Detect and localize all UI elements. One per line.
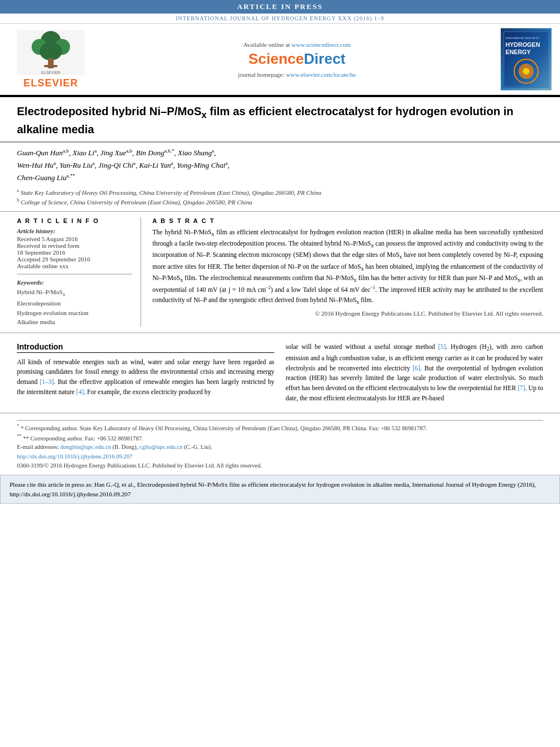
footnotes-divider	[17, 420, 543, 421]
journal-homepage-line: journal homepage: www.elsevier.com/locat…	[238, 71, 356, 78]
svg-point-4	[40, 42, 62, 60]
revised-date: 18 September 2016	[17, 249, 132, 256]
journal-cover-image: International Journal of HYDROGEN ENERGY	[501, 28, 552, 90]
accepted-date: Accepted 29 September 2016	[17, 256, 132, 263]
author-sup: a	[212, 148, 214, 154]
body-right-col: solar will be wasted without a useful st…	[286, 342, 543, 404]
svg-text:ELSEVIER: ELSEVIER	[41, 71, 60, 75]
author-sup: a,**	[67, 173, 75, 178]
article-info-label: A R T I C L E I N F O	[17, 217, 132, 224]
author-jing-xue: Jing Xue	[100, 148, 126, 157]
ref-link-1-3[interactable]: [1–3]	[40, 378, 54, 385]
author-sup: a	[171, 160, 173, 166]
footnote-corresponding-text-1: State Key Laboratory of Heavy Oil Proces…	[80, 425, 427, 431]
header-center: Available online at www.sciencedirect.co…	[96, 28, 498, 90]
info-divider	[17, 274, 132, 274]
keyword-4: Alkaline media	[17, 317, 132, 327]
footnote-copyright: 0360-3199/© 2016 Hydrogen Energy Publica…	[17, 461, 543, 470]
sciencedirect-logo: ScienceDirect	[248, 50, 345, 68]
article-history: Article history: Received 5 August 2016 …	[17, 228, 132, 269]
author-xiao-shang: Xiao Shang	[178, 148, 212, 157]
article-title-section: Electrodeposited hybrid Ni–P/MoSx film a…	[0, 97, 560, 142]
author-chen-guang-liu: Chen-Guang Liu	[17, 173, 67, 182]
footnote-corresponding-1: * * Corresponding author. State Key Labo…	[17, 423, 543, 433]
keyword-3: Hydrogen evolution reaction	[17, 308, 132, 318]
sciencedirect-url-link[interactable]: www.sciencedirect.com	[291, 41, 351, 48]
author-sup: a	[133, 160, 135, 166]
email1-note: (B. Dong),	[112, 444, 138, 450]
journal-cover-area: International Journal of HYDROGEN ENERGY	[498, 28, 554, 90]
svg-text:International Journal of: International Journal of	[505, 36, 539, 40]
available-online-text: Available online at www.sciencedirect.co…	[243, 41, 351, 48]
authors-section: Guan-Qun Hana,b, Xiao Lia, Jing Xuea,b, …	[0, 142, 560, 212]
svg-rect-6	[44, 65, 58, 67]
journal-cover-svg: International Journal of HYDROGEN ENERGY	[502, 30, 550, 88]
email-link-1[interactable]: dongbin@upc.edu.cn	[60, 444, 111, 450]
main-body: Introduction All kinds of renewable ener…	[0, 333, 560, 413]
article-in-press-banner: ARTICLE IN PRESS	[0, 0, 560, 14]
author-sup: a,b,*	[164, 148, 174, 154]
doi-link[interactable]: http://dx.doi.org/10.1016/j.ijhydene.201…	[17, 453, 133, 460]
author-sup: a,b	[126, 148, 133, 154]
affil-sup-a: a	[17, 188, 19, 193]
received-date: Received 5 August 2016	[17, 235, 132, 242]
direct-text: Direct	[304, 50, 345, 67]
author-bin-dong: Bin Dong	[136, 148, 164, 157]
author-jing-qi-chi: Jing-Qi Chi	[98, 161, 133, 169]
footnote-star-1: *	[17, 423, 19, 429]
author-guan-qun-han: Guan-Qun Han	[17, 148, 63, 157]
article-info-column: A R T I C L E I N F O Article history: R…	[17, 217, 141, 326]
elsevier-logo-area: ELSEVIER ELSEVIER	[6, 28, 96, 90]
author-sup: a,b	[63, 148, 69, 154]
journal-title-bar: INTERNATIONAL JOURNAL OF HYDROGEN ENERGY…	[0, 14, 560, 24]
footnote-doi: http://dx.doi.org/10.1016/j.ijhydene.201…	[17, 452, 543, 461]
keywords-label: Keywords:	[17, 279, 132, 286]
intro-left-text: All kinds of renewable energies such as …	[17, 357, 274, 397]
abstract-label: A B S T R A C T	[152, 217, 543, 224]
svg-text:ENERGY: ENERGY	[505, 49, 531, 55]
affiliation-a: a State Key Laboratory of Heavy Oil Proc…	[17, 187, 543, 197]
footnote-star-2: **	[17, 434, 21, 439]
article-title: Electrodeposited hybrid Ni–P/MoSx film a…	[17, 104, 543, 137]
received-revised-label: Received in revised form	[17, 242, 132, 249]
footnote-corresponding-label-1: * Corresponding author.	[21, 425, 78, 431]
keywords-section: Keywords: Hybrid Ni–P/MoSx Electrodeposi…	[17, 279, 132, 326]
footnote-corresponding-text-2: Fax: +86 532 86981787.	[85, 435, 143, 441]
svg-point-14	[523, 68, 530, 75]
ref-link-4[interactable]: [4]	[76, 388, 84, 395]
body-two-column: Introduction All kinds of renewable ener…	[17, 342, 543, 404]
journal-homepage-label: journal homepage:	[238, 71, 285, 78]
footnote-corresponding-label-2: ** Corresponding author.	[23, 435, 84, 441]
svg-text:HYDROGEN: HYDROGEN	[505, 41, 540, 48]
science-text: Science	[248, 50, 304, 67]
author-wen-hui-hu: Wen-Hui Hu	[17, 161, 54, 169]
email2-note: (C.-G. Liu).	[184, 444, 212, 450]
affiliation-b: b College of Science, China University o…	[17, 197, 543, 207]
intro-right-text: solar will be wasted without a useful st…	[286, 342, 543, 404]
footnotes-section: * * Corresponding author. State Key Labo…	[0, 413, 560, 475]
authors-line: Guan-Qun Hana,b, Xiao Lia, Jing Xuea,b, …	[17, 147, 543, 184]
ref-link-6[interactable]: [6]	[413, 365, 420, 372]
available-online-label: Available online at	[243, 41, 290, 48]
available-online: Available online xxx	[17, 263, 132, 269]
author-yong-ming-chai: Yong-Ming Chai	[177, 161, 225, 169]
author-xiao-li: Xiao Li	[73, 148, 95, 157]
elsevier-tree-icon: ELSEVIER	[17, 30, 85, 75]
header-section: ELSEVIER ELSEVIER Available online at ww…	[0, 24, 560, 96]
history-label: Article history:	[17, 228, 132, 234]
abstract-copyright: © 2016 Hydrogen Energy Publications LLC.…	[152, 310, 543, 317]
affil-sup-b: b	[17, 198, 19, 203]
journal-homepage-link[interactable]: www.elsevier.com/locate/he	[286, 71, 356, 78]
author-sup: a	[54, 160, 56, 166]
author-yan-ru-liu: Yan-Ru Liu	[59, 161, 92, 169]
keyword-2: Electrodeposition	[17, 299, 132, 308]
email-link-2[interactable]: cgliu@upc.edu.cn	[139, 444, 182, 450]
ref-link-5[interactable]: [5]	[438, 343, 445, 350]
ref-link-7[interactable]: [7]	[518, 385, 525, 391]
introduction-heading: Introduction	[17, 342, 274, 353]
author-sup: a	[94, 148, 97, 154]
abstract-text: The hybrid Ni–P/MoSx film as efficient e…	[152, 228, 543, 306]
citation-bar: Please cite this article in press as: Ha…	[0, 475, 560, 504]
keyword-1: Hybrid Ni–P/MoSx	[17, 287, 132, 299]
body-left-col: Introduction All kinds of renewable ener…	[17, 342, 274, 404]
